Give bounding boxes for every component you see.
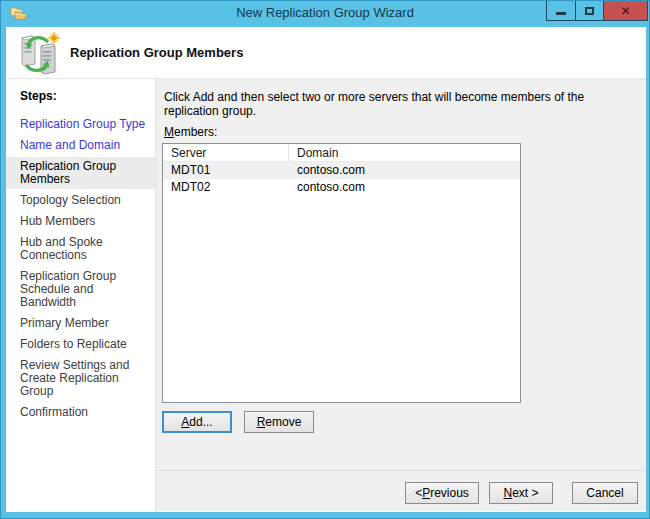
remove-button[interactable]: Remove — [244, 411, 314, 433]
cancel-button[interactable]: Cancel — [572, 482, 638, 504]
instruction-text: Click Add and then select two or more se… — [164, 90, 606, 118]
member-row-mdt02[interactable]: MDT02 contoso.com — [163, 179, 520, 196]
step-replication-group-members: Replication Group Members — [6, 157, 155, 189]
step-schedule-and-bandwidth: Replication Group Schedule and Bandwidth — [6, 267, 155, 312]
step-topology-selection: Topology Selection — [6, 191, 155, 210]
close-button[interactable]: ✕ — [603, 1, 647, 20]
maximize-icon — [585, 7, 594, 15]
step-replication-group-type[interactable]: Replication Group Type — [6, 115, 155, 134]
step-confirmation: Confirmation — [6, 403, 155, 422]
page-title: Replication Group Members — [70, 27, 243, 79]
new-star — [47, 31, 61, 45]
step-hub-members: Hub Members — [6, 212, 155, 231]
step-hub-and-spoke-connections: Hub and Spoke Connections — [6, 233, 155, 265]
member-server: MDT02 — [163, 179, 289, 196]
titlebar[interactable]: New Replication Group Wizard ✕ — [1, 1, 649, 27]
members-label: Members: — [164, 125, 217, 139]
dialog-body: Replication Group Members Steps: Replica… — [6, 27, 646, 512]
steps-sidebar: Steps: Replication Group Type Name and D… — [6, 79, 156, 511]
minimize-button[interactable] — [547, 1, 575, 20]
wizard-header: Replication Group Members — [6, 27, 646, 79]
members-list-header: Server Domain — [163, 144, 520, 162]
member-domain: contoso.com — [289, 179, 365, 196]
next-button[interactable]: Next > — [489, 482, 553, 504]
step-primary-member: Primary Member — [6, 314, 155, 333]
main-panel: Click Add and then select two or more se… — [156, 79, 646, 511]
content: Steps: Replication Group Type Name and D… — [6, 79, 646, 511]
member-row-mdt01[interactable]: MDT01 contoso.com — [163, 162, 520, 179]
wizard-window: New Replication Group Wizard ✕ — [0, 0, 650, 519]
step-review-settings: Review Settings and Create Replication G… — [6, 356, 155, 401]
step-name-and-domain[interactable]: Name and Domain — [6, 136, 155, 155]
column-header-domain[interactable]: Domain — [289, 144, 520, 161]
member-domain: contoso.com — [289, 162, 365, 179]
close-icon: ✕ — [620, 5, 630, 17]
wizard-footer: < Previous Next > Cancel — [156, 470, 646, 511]
window-controls: ✕ — [546, 1, 648, 21]
column-header-server[interactable]: Server — [163, 144, 289, 161]
members-list[interactable]: Server Domain MDT01 contoso.com MDT02 co… — [162, 143, 521, 403]
add-button[interactable]: Add... — [162, 411, 232, 433]
member-server: MDT01 — [163, 162, 289, 179]
previous-button[interactable]: < Previous — [405, 482, 479, 504]
minimize-icon — [556, 12, 566, 15]
maximize-button[interactable] — [575, 1, 603, 20]
step-folders-to-replicate: Folders to Replicate — [6, 335, 155, 354]
steps-heading: Steps: — [20, 89, 155, 103]
replication-servers-new-icon — [16, 30, 62, 76]
